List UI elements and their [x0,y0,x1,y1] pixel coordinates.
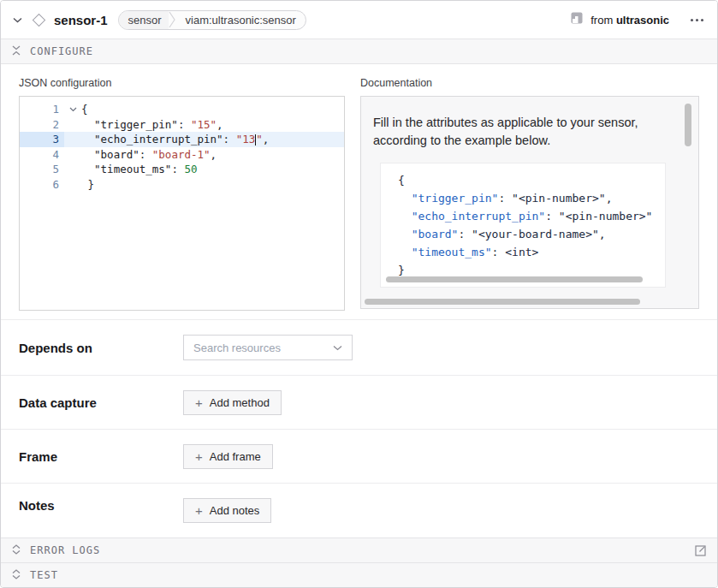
fold-gutter [64,117,81,133]
editor-code-text: "trigger_pin": "15", [81,117,223,133]
doc-code-line: { [398,171,665,189]
test-section-bar[interactable]: TEST [1,562,717,587]
fold-gutter [64,177,81,193]
add-notes-button[interactable]: + Add notes [183,498,271,523]
component-card: sensor-1 sensor viam:ultrasonic:sensor f… [0,0,718,588]
editor-code-text: { [81,102,88,117]
doc-code-line: "board": "<your-board-name>", [398,225,665,243]
editor-code-text: } [81,177,94,193]
open-external-icon[interactable] [695,545,706,556]
collapse-section-icon [12,45,21,58]
fold-gutter [64,162,81,177]
line-number: 2 [20,117,64,133]
fold-gutter [64,147,81,163]
depends-on-select[interactable]: Search resources [183,335,353,360]
add-notes-button-label: Add notes [210,504,260,517]
configure-section-label: CONFIGURE [30,45,93,57]
data-capture-label: Data capture [19,395,183,410]
frame-row: Frame + Add frame [1,429,717,483]
module-name: ultrasonic [616,14,669,27]
frame-label: Frame [19,449,183,464]
line-number: 3 [20,132,64,147]
line-number: 6 [20,177,64,193]
error-logs-label: ERROR LOGS [30,544,100,556]
editor-code-text: "echo_interrupt_pin": "13", [81,132,269,147]
doc-code-line: "timeout_ms": <int> [398,243,665,261]
test-label: TEST [30,569,58,581]
error-logs-section-bar[interactable]: ERROR LOGS [1,538,717,562]
doc-code-line: "echo_interrupt_pin": "<pin-number>" [398,207,665,225]
expand-section-icon [12,569,21,582]
depends-on-placeholder: Search resources [193,342,281,354]
documentation-panel: Fill in the attributes as applicable to … [360,96,699,309]
configure-body: JSON configuration 1{2 "trigger_pin": "1… [1,64,717,319]
component-header: sensor-1 sensor viam:ultrasonic:sensor f… [1,1,717,39]
component-diamond-icon [33,13,46,27]
json-config-editor[interactable]: 1{2 "trigger_pin": "15",3 "echo_interrup… [19,96,345,311]
plus-icon: + [195,504,203,517]
module-icon [571,12,583,27]
fold-chevron-icon[interactable] [64,102,81,117]
doc-code-hscrollbar[interactable] [386,276,643,282]
line-number: 4 [20,147,64,163]
badge-model: viam:ultrasonic:sensor [176,11,306,29]
component-type-badge: sensor viam:ultrasonic:sensor [118,10,306,30]
doc-panel-vscrollbar[interactable] [685,104,691,146]
line-number: 5 [20,162,64,177]
add-method-button-label: Add method [210,396,270,409]
collapse-chevron-icon[interactable] [13,17,22,23]
line-number: 1 [20,102,64,117]
doc-panel-hscrollbar[interactable] [365,299,640,305]
badge-separator-icon [169,11,176,29]
notes-label: Notes [19,498,183,513]
editor-code-text: "timeout_ms": 50 [81,162,198,177]
editor-code-text: "board": "board-1", [81,147,217,163]
editor-line[interactable]: 4 "board": "board-1", [20,147,344,163]
editor-line[interactable]: 3 "echo_interrupt_pin": "13", [20,132,344,147]
data-capture-row: Data capture + Add method [1,375,717,429]
notes-row: Notes + Add notes [1,483,717,538]
module-source: from ultrasonic [590,14,669,27]
editor-line[interactable]: 6 } [20,177,344,193]
chevron-down-icon [333,345,342,351]
configure-section-bar[interactable]: CONFIGURE [1,39,717,64]
depends-on-row: Depends on Search resources [1,319,717,375]
component-name: sensor-1 [54,13,108,27]
expand-section-icon [12,544,21,557]
add-frame-button[interactable]: + Add frame [183,444,273,469]
documentation-label: Documentation [360,77,699,89]
plus-icon: + [195,450,203,463]
add-method-button[interactable]: + Add method [183,390,282,415]
fold-gutter [64,132,81,147]
more-menu-icon[interactable] [689,14,705,27]
json-config-label: JSON configuration [19,77,345,89]
editor-line[interactable]: 5 "timeout_ms": 50 [20,162,344,177]
documentation-intro: Fill in the attributes as applicable to … [373,114,668,150]
editor-line[interactable]: 2 "trigger_pin": "15", [20,117,344,133]
documentation-code-example: { "trigger_pin": "<pin-number>", "echo_i… [380,163,666,288]
plus-icon: + [195,396,203,409]
depends-on-label: Depends on [19,341,183,355]
editor-line[interactable]: 1{ [20,102,344,117]
add-frame-button-label: Add frame [210,450,261,463]
from-label: from [590,14,613,27]
doc-code-line: "trigger_pin": "<pin-number>", [398,189,665,207]
badge-type: sensor [119,11,169,29]
